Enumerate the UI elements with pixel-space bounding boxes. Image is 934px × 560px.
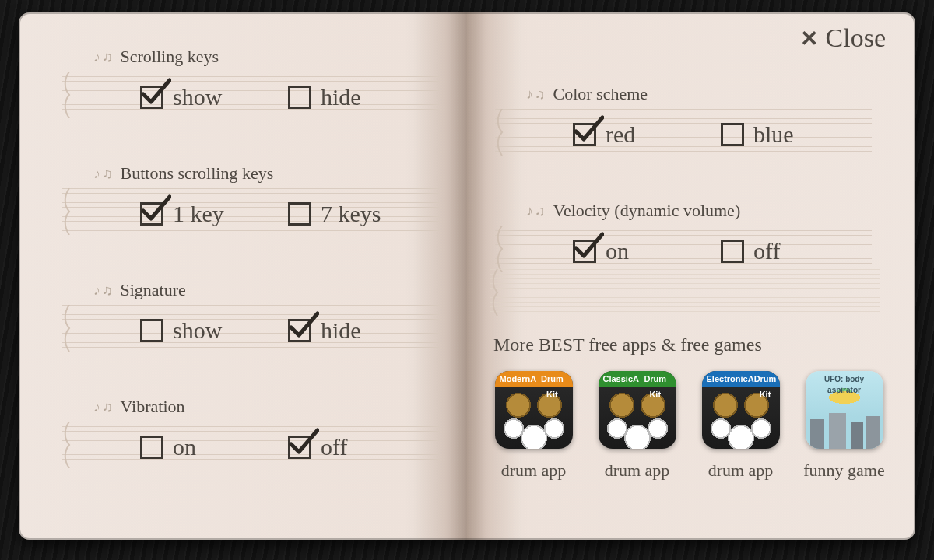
option-label: show: [173, 319, 222, 342]
music-notes-icon: ♪♫: [93, 49, 114, 65]
option-label: off: [753, 240, 780, 263]
setting-section: ♪♫Color schemeredblue: [490, 70, 876, 187]
option-1-key[interactable]: 1 key: [140, 202, 288, 226]
option-row: onoff: [140, 429, 436, 465]
section-title: ♪♫Scrolling keys: [93, 47, 219, 67]
section-title-text: Velocity (dynamic volume): [553, 201, 741, 221]
option-row: redblue: [573, 117, 869, 152]
section-title: ♪♫Buttons scrolling keys: [93, 163, 273, 184]
section-title-text: Scrolling keys: [121, 47, 219, 67]
checkbox[interactable]: [288, 319, 311, 342]
music-notes-icon: ♪♫: [93, 282, 114, 299]
checkbox[interactable]: [573, 240, 596, 263]
option-label: show: [173, 86, 222, 109]
checkbox[interactable]: [140, 86, 163, 109]
staff-decoration: [490, 269, 880, 316]
checkbox[interactable]: [140, 319, 163, 342]
promo-app-caption: drum app: [697, 460, 784, 481]
drum-app-icon: ClassicADrum Kit: [599, 371, 676, 449]
checkbox[interactable]: [140, 436, 163, 459]
close-icon: ✕: [800, 26, 818, 51]
thumb-header: UFO: body aspirator: [806, 374, 883, 390]
option-label: red: [606, 123, 635, 146]
section-title: ♪♫Velocity (dynamic volume): [526, 201, 740, 221]
option-row: onoff: [573, 233, 869, 269]
close-button[interactable]: ✕ Close: [800, 23, 886, 53]
setting-section: ♪♫Scrolling keysshowhide: [58, 33, 444, 149]
option-on[interactable]: on: [573, 240, 721, 263]
page-left: ♪♫Scrolling keysshowhide♪♫Buttons scroll…: [19, 12, 467, 540]
option-row: showhide: [140, 313, 436, 348]
settings-book: ♪♫Scrolling keysshowhide♪♫Buttons scroll…: [19, 12, 915, 540]
close-label: Close: [826, 23, 886, 53]
drum-app-icon: ModernADrum Kit: [495, 371, 573, 449]
music-notes-icon: ♪♫: [93, 399, 114, 415]
thumb-header: ElectronicADrum Kit: [702, 371, 780, 387]
option-label: 7 keys: [321, 202, 381, 226]
checkbox[interactable]: [288, 86, 311, 109]
page-right: ✕ Close ♪♫Color schemeredblue♪♫Velocity …: [467, 12, 915, 540]
promo-app-caption: drum app: [490, 460, 577, 481]
setting-section: ♪♫Signatureshowhide: [58, 266, 444, 383]
checkbox[interactable]: [140, 202, 163, 226]
music-notes-icon: ♪♫: [526, 86, 547, 103]
promo-app[interactable]: ElectronicADrum Kitdrum app: [697, 371, 784, 481]
option-on[interactable]: on: [140, 436, 288, 459]
thumb-header: ClassicADrum Kit: [599, 371, 676, 387]
music-notes-icon: ♪♫: [526, 203, 547, 219]
thumb-header: ModernADrum Kit: [495, 371, 573, 387]
promo-app[interactable]: UFO: body aspiratorfunny game: [801, 371, 887, 481]
section-title-text: Vibration: [121, 397, 185, 417]
section-title: ♪♫Signature: [93, 280, 186, 300]
promo-app-caption: drum app: [594, 460, 680, 481]
checkbox[interactable]: [721, 123, 744, 146]
promo-app[interactable]: ClassicADrum Kitdrum app: [594, 371, 680, 481]
promo-section: More BEST free apps & free games ModernA…: [490, 334, 887, 481]
option-7-keys[interactable]: 7 keys: [288, 202, 436, 226]
music-notes-icon: ♪♫: [93, 166, 114, 182]
promo-title: More BEST free apps & free games: [493, 334, 887, 355]
option-off[interactable]: off: [288, 436, 436, 459]
option-label: off: [321, 436, 347, 459]
section-title-text: Color scheme: [553, 84, 648, 104]
option-hide[interactable]: hide: [288, 319, 436, 342]
option-label: on: [606, 240, 629, 263]
checkbox[interactable]: [288, 202, 311, 226]
section-title: ♪♫Vibration: [93, 397, 185, 417]
option-label: hide: [321, 319, 361, 342]
promo-app-caption: funny game: [801, 460, 887, 481]
option-row: 1 key7 keys: [140, 196, 436, 232]
setting-section: ♪♫Vibrationonoff: [58, 383, 444, 499]
option-label: on: [173, 436, 196, 459]
option-blue[interactable]: blue: [721, 123, 869, 146]
drum-app-icon: ElectronicADrum Kit: [702, 371, 780, 449]
option-show[interactable]: show: [140, 86, 288, 109]
section-title-text: Buttons scrolling keys: [121, 163, 274, 184]
checkbox[interactable]: [288, 436, 311, 459]
option-label: blue: [753, 123, 794, 146]
checkbox[interactable]: [573, 123, 596, 146]
promo-app[interactable]: ModernADrum Kitdrum app: [490, 371, 577, 481]
option-red[interactable]: red: [573, 123, 721, 146]
option-row: showhide: [140, 79, 436, 115]
option-label: hide: [321, 86, 361, 109]
option-off[interactable]: off: [721, 240, 869, 263]
setting-section: ♪♫Buttons scrolling keys1 key7 keys: [58, 149, 444, 266]
option-hide[interactable]: hide: [288, 86, 436, 109]
ufo-game-icon: UFO: body aspirator: [806, 371, 883, 449]
section-title: ♪♫Color scheme: [526, 84, 648, 104]
section-title-text: Signature: [121, 280, 186, 300]
checkbox[interactable]: [721, 240, 744, 263]
option-show[interactable]: show: [140, 319, 288, 342]
option-label: 1 key: [173, 202, 224, 226]
